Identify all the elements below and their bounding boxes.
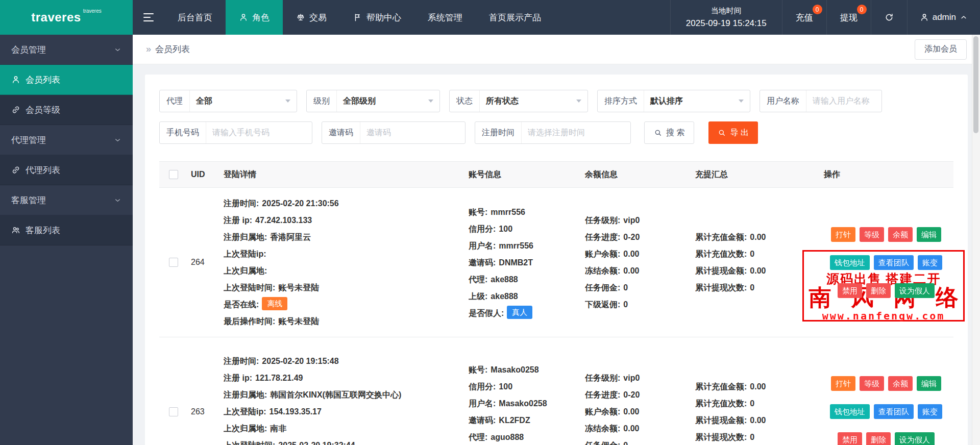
chevron-down-icon bbox=[576, 100, 581, 103]
action-button-balance[interactable]: 余额 bbox=[888, 376, 913, 391]
detail-label: 累计充值金额: bbox=[695, 382, 747, 391]
sidebar-item-member-list[interactable]: 会员列表 bbox=[0, 65, 133, 95]
user-menu[interactable]: admin bbox=[908, 0, 980, 35]
nav-item-system-management[interactable]: 系统管理 bbox=[414, 0, 476, 35]
search-icon bbox=[654, 129, 662, 137]
scrollbar-thumb[interactable] bbox=[973, 36, 978, 133]
detail-line: 注册 ip:121.78.21.49 bbox=[224, 369, 469, 386]
detail-label: 累计提现次数: bbox=[695, 283, 747, 292]
detail-line: 账户余额:0.00 bbox=[585, 403, 695, 420]
detail-value: mmrr556 bbox=[491, 208, 525, 216]
action-button-edit[interactable]: 编辑 bbox=[917, 227, 941, 242]
action-button-disable[interactable]: 禁用 bbox=[838, 283, 862, 298]
page-scrollbar[interactable] bbox=[972, 35, 980, 445]
users-icon bbox=[11, 226, 20, 235]
sidebar-item-label: 客服列表 bbox=[26, 225, 60, 236]
action-button-set-fake[interactable]: 设为假人 bbox=[895, 283, 935, 298]
add-member-button[interactable]: 添加会员 bbox=[915, 39, 967, 60]
action-button-wallet-address[interactable]: 钱包地址 bbox=[830, 404, 870, 419]
action-button-level[interactable]: 等级 bbox=[860, 227, 884, 242]
action-button-inject[interactable]: 打针 bbox=[831, 376, 855, 391]
nav-item-homepage-products[interactable]: 首页展示产品 bbox=[476, 0, 554, 35]
sidebar-group-agent-management[interactable]: 代理管理 bbox=[0, 125, 133, 155]
filter-label: 注册时间 bbox=[475, 122, 522, 143]
phone-input[interactable] bbox=[206, 122, 312, 143]
uid-value: 263 bbox=[188, 344, 224, 445]
sidebar-group-member-management[interactable]: 会员管理 bbox=[0, 35, 133, 65]
action-button-set-fake[interactable]: 设为假人 bbox=[895, 432, 935, 445]
nav-item-roles[interactable]: 角色 bbox=[226, 0, 283, 35]
action-button-view-team[interactable]: 查看团队 bbox=[874, 404, 914, 419]
detail-line: 累计充值次数:0 bbox=[695, 395, 824, 412]
recharge-label: 充值 bbox=[796, 12, 813, 23]
filter-level: 级别 全部级别 bbox=[306, 90, 440, 112]
withdraw-button[interactable]: 提现 0 bbox=[827, 0, 871, 35]
action-button-account-change[interactable]: 账变 bbox=[918, 404, 942, 419]
filter-agent: 代理 全部 bbox=[159, 90, 297, 112]
agent-select[interactable]: 全部 bbox=[190, 90, 297, 112]
sort-select[interactable]: 默认排序 bbox=[644, 90, 750, 112]
action-button-delete[interactable]: 删除 bbox=[866, 283, 891, 298]
detail-value: 0 bbox=[750, 399, 754, 408]
detail-label: 任务级别: bbox=[585, 374, 620, 382]
filter-row-2: 手机号码 邀请码 注册时间 搜 索 导 出 bbox=[159, 121, 953, 144]
filter-register-time: 注册时间 bbox=[475, 121, 631, 144]
action-button-disable[interactable]: 禁用 bbox=[838, 432, 862, 445]
detail-value: 47.242.103.133 bbox=[255, 216, 312, 225]
refresh-button[interactable] bbox=[871, 0, 908, 35]
action-button-balance[interactable]: 余额 bbox=[888, 227, 913, 242]
nav-item-trade[interactable]: 交易 bbox=[283, 0, 340, 35]
detail-value: vip0 bbox=[623, 374, 640, 382]
detail-label: 信用分: bbox=[469, 225, 496, 233]
level-select[interactable]: 全部级别 bbox=[337, 90, 439, 112]
register-time-input[interactable] bbox=[522, 122, 630, 143]
sidebar-group-service-management[interactable]: 客服管理 bbox=[0, 185, 133, 215]
username-input[interactable] bbox=[806, 90, 881, 112]
detail-line: 下级返佣:0 bbox=[585, 296, 695, 313]
recharge-button[interactable]: 充值 0 bbox=[782, 0, 827, 35]
detail-label: 任务佣金: bbox=[585, 283, 620, 292]
filter-label: 手机号码 bbox=[160, 122, 206, 143]
detail-label: 用户名: bbox=[469, 399, 496, 408]
chevron-down-icon bbox=[114, 46, 121, 54]
username-text: admin bbox=[933, 12, 956, 22]
action-button-wallet-address[interactable]: 钱包地址 bbox=[830, 255, 870, 270]
status-select[interactable]: 所有状态 bbox=[480, 90, 587, 112]
action-button-level[interactable]: 等级 bbox=[860, 376, 884, 391]
detail-label: 上次登陆ip: bbox=[224, 407, 266, 416]
action-button-edit[interactable]: 编辑 bbox=[917, 376, 941, 391]
chevron-down-icon bbox=[285, 100, 290, 103]
row-checkbox[interactable] bbox=[169, 407, 178, 416]
invite-code-input[interactable] bbox=[360, 122, 465, 143]
detail-line: 是否在线:离线 bbox=[224, 296, 469, 313]
action-button-inject[interactable]: 打针 bbox=[831, 227, 855, 242]
nav-item-help-center[interactable]: 帮助中心 bbox=[340, 0, 414, 35]
sidebar-item-service-list[interactable]: 客服列表 bbox=[0, 215, 133, 245]
detail-value: 账号未登陆 bbox=[278, 283, 319, 292]
action-button-view-team[interactable]: 查看团队 bbox=[874, 255, 914, 270]
nav-label: 角色 bbox=[252, 12, 270, 23]
row-checkbox[interactable] bbox=[169, 258, 178, 267]
select-all-checkbox[interactable] bbox=[169, 170, 178, 179]
nav-label: 系统管理 bbox=[428, 12, 462, 23]
sidebar-item-member-level[interactable]: 会员等级 bbox=[0, 95, 133, 125]
search-button[interactable]: 搜 索 bbox=[644, 121, 694, 144]
detail-line: 账号:Masako0258 bbox=[469, 361, 585, 378]
sidebar-item-agent-list[interactable]: 代理列表 bbox=[0, 155, 133, 185]
sidebar-item-label: 会员管理 bbox=[11, 44, 46, 56]
detail-line: 累计充值金额:0.00 bbox=[695, 378, 824, 395]
row-actions: 打针等级余额编辑钱包地址查看团队账变禁用删除设为假人 bbox=[824, 344, 953, 445]
action-button-delete[interactable]: 删除 bbox=[866, 432, 891, 445]
detail-value: 0 bbox=[750, 283, 754, 292]
nav-item-dashboard[interactable]: 后台首页 bbox=[164, 0, 226, 35]
detail-line: 冻结余额:0.00 bbox=[585, 420, 695, 437]
breadcrumb-arrow-icon: » bbox=[146, 44, 151, 55]
action-button-account-change[interactable]: 账变 bbox=[918, 255, 942, 270]
detail-label: 邀请码: bbox=[469, 416, 496, 425]
logo[interactable]: traveres traveres bbox=[0, 0, 133, 35]
menu-toggle-icon[interactable] bbox=[133, 0, 164, 35]
export-button[interactable]: 导 出 bbox=[708, 121, 757, 144]
detail-value: 2025-02-20 19:32:44 bbox=[278, 441, 355, 445]
user-icon bbox=[11, 75, 20, 84]
detail-line: 是否假人:真人 bbox=[469, 305, 585, 322]
